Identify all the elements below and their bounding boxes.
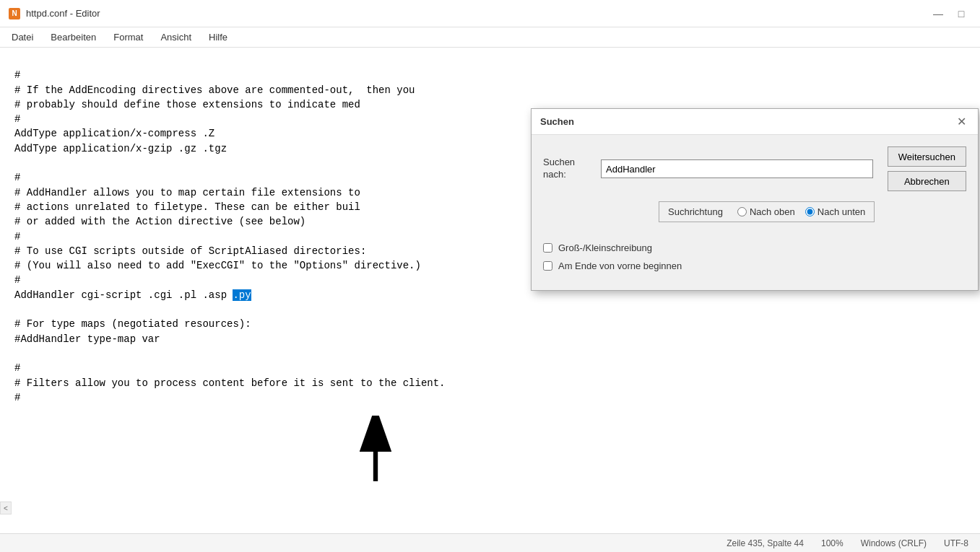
line-14: # (You will also need to add "ExecCGI" t… [14, 260, 421, 271]
line-21: # [14, 362, 20, 374]
dialog-title-bar: Suchen ✕ [532, 109, 978, 135]
line-19: #AddHandler type-map var [14, 333, 160, 345]
line-10: # actions unrelated to filetype. These c… [14, 201, 360, 213]
line-6: AddType application/x-gzip .gz .tgz [14, 143, 227, 154]
radio-down-label: Nach unten [818, 206, 866, 217]
menu-datei[interactable]: Datei [3, 29, 42, 45]
menu-bar: Datei Bearbeiten Format Ansicht Hilfe [0, 27, 980, 48]
search-label-suchen: Suchen [543, 157, 601, 169]
radio-up-label: Nach oben [750, 206, 795, 217]
line-8: # [14, 172, 20, 183]
checkbox-wrap[interactable] [543, 261, 552, 271]
line-23: # [14, 392, 20, 403]
search-dialog: Suchen ✕ Suchen nach: Weitersuchen Abbre… [531, 108, 979, 291]
abbrechen-button[interactable]: Abbrechen [888, 171, 966, 191]
line-3: # probably should define those extension… [14, 99, 360, 110]
direction-row: Suchrichtung Nach oben Nach unten [543, 201, 966, 232]
checkbox-wrap-row: Am Ende von vorne beginnen [543, 260, 966, 271]
menu-hilfe[interactable]: Hilfe [200, 29, 236, 45]
scroll-left-indicator[interactable]: < [0, 501, 12, 514]
radio-up[interactable] [737, 207, 747, 216]
line-1: # [14, 69, 20, 81]
checkbox-case-row: Groß-/Kleinschreibung [543, 242, 966, 253]
line-12: # [14, 231, 20, 242]
window-controls: — □ [928, 6, 971, 22]
status-position: Zeile 435, Spalte 44 [727, 538, 804, 548]
status-bar: Zeile 435, Spalte 44 100% Windows (CRLF)… [0, 533, 980, 552]
minimize-button[interactable]: — [928, 6, 948, 22]
dialog-close-button[interactable]: ✕ [953, 114, 969, 130]
checkbox-case-label: Groß-/Kleinschreibung [558, 242, 652, 253]
dialog-action-buttons: Weitersuchen Abbrechen [880, 146, 966, 191]
menu-bearbeiten[interactable]: Bearbeiten [42, 29, 105, 45]
line-13: # To use CGI scripts outside of ScriptAl… [14, 245, 366, 257]
status-line-ending: Windows (CRLF) [861, 538, 927, 548]
line-20 [14, 348, 20, 359]
status-encoding: UTF-8 [944, 538, 968, 548]
menu-format[interactable]: Format [105, 29, 152, 45]
line-17 [14, 304, 20, 315]
window-title: httpd.conf - Editor [26, 8, 928, 19]
line-22: # Filters allow you to process content b… [14, 377, 446, 389]
dialog-title: Suchen [540, 116, 574, 127]
line-11: # or added with the Action directive (se… [14, 216, 305, 227]
app-icon: N [9, 8, 20, 19]
status-zoom: 100% [821, 538, 844, 548]
line-18: # For type maps (negotiated resources): [14, 318, 251, 330]
line-9: # AddHandler allows you to map certain f… [14, 187, 360, 198]
line-15: # [14, 274, 20, 286]
checkbox-wrap-label: Am Ende von vorne beginnen [558, 260, 682, 271]
maximize-button[interactable]: □ [951, 6, 971, 22]
direction-group: Suchrichtung Nach oben Nach unten [659, 201, 875, 222]
line-5: AddType application/x-compress .Z [14, 128, 214, 139]
highlighted-text: .py [233, 289, 251, 301]
radio-down[interactable] [805, 207, 815, 216]
menu-ansicht[interactable]: Ansicht [152, 29, 200, 45]
checkbox-case[interactable] [543, 243, 552, 253]
line-4: # [14, 113, 20, 125]
line-7 [14, 157, 20, 169]
arrow-annotation [354, 416, 397, 488]
radio-up-option[interactable]: Nach oben [737, 206, 795, 217]
dialog-body: Suchen nach: Weitersuchen Abbrechen Such… [532, 135, 978, 290]
direction-label: Suchrichtung [668, 206, 723, 217]
search-row: Suchen nach: Weitersuchen Abbrechen [543, 146, 966, 191]
line-2: # If the AddEncoding directives above ar… [14, 84, 415, 96]
line-16: AddHandler cgi-script .cgi .pl .asp .py [14, 289, 251, 301]
radio-down-option[interactable]: Nach unten [805, 206, 866, 217]
title-bar: N httpd.conf - Editor — □ [0, 0, 980, 27]
search-input[interactable] [601, 159, 873, 178]
weitersuchen-button[interactable]: Weitersuchen [888, 146, 966, 167]
search-label-nach: nach: [543, 169, 601, 181]
